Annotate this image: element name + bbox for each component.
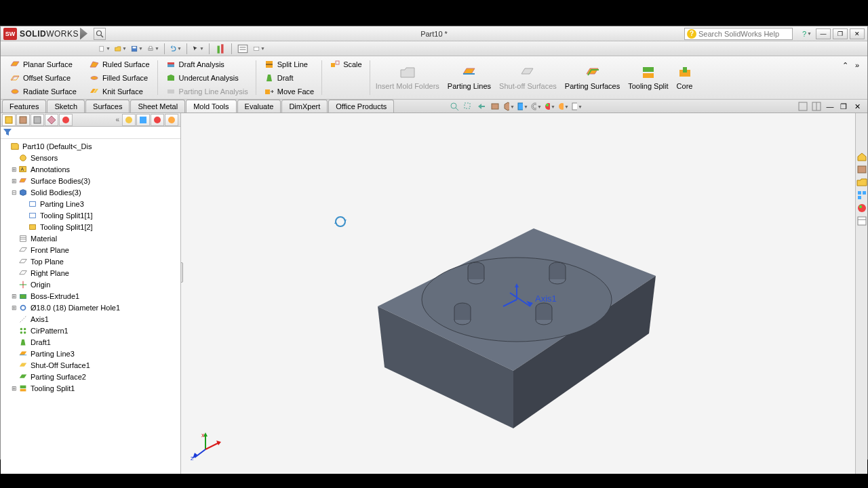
view-orientation-button[interactable]: ▼ [502, 100, 515, 113]
taskpane-home-icon[interactable] [856, 151, 867, 162]
print-button[interactable]: ▼ [147, 43, 159, 55]
fm-filter-bar[interactable] [1, 127, 180, 139]
tab-evaluate[interactable]: Evaluate [237, 100, 281, 113]
taskpane-design-library-icon[interactable] [856, 164, 867, 175]
fm-flyout-2[interactable] [136, 114, 150, 126]
tree-item[interactable]: ⊞Tooling Split1 [1, 382, 180, 394]
fm-tab-tree[interactable] [2, 114, 16, 126]
tree-item[interactable]: Parting Line3 [1, 198, 180, 209]
doc-minimize-button[interactable]: — [824, 100, 836, 113]
viewport-3d[interactable]: Axis1 x z [181, 113, 855, 474]
display-style-button[interactable]: ▼ [516, 100, 528, 113]
tab-sketch[interactable]: Sketch [47, 100, 85, 113]
fm-collapse-icon[interactable]: « [115, 116, 119, 123]
fm-tab-property[interactable] [16, 114, 30, 126]
ribbon-expand-button[interactable]: » [851, 59, 863, 71]
tooling-split-button[interactable]: Tooling Split [624, 58, 672, 98]
draft-button[interactable]: Draft [262, 71, 316, 84]
tab-features[interactable]: Features [2, 100, 46, 113]
tab-surfaces[interactable]: Surfaces [85, 100, 130, 113]
undercut-analysis-button[interactable]: Undercut Analysis [163, 71, 250, 84]
taskpane-custom-props-icon[interactable] [856, 216, 867, 226]
tree-item[interactable]: Draft1 [1, 336, 180, 348]
zoom-area-button[interactable] [462, 100, 474, 113]
tree-item[interactable]: Tooling Split1[2] [1, 221, 180, 232]
parting-line-analysis-button[interactable]: Parting Line Analysis [163, 85, 250, 98]
fm-tab-config[interactable] [31, 114, 44, 126]
help-search[interactable]: ? [684, 28, 793, 40]
core-button[interactable]: Core [673, 58, 697, 98]
tree-item[interactable]: Tooling Split1[1] [1, 209, 180, 221]
planar-surface-button[interactable]: Planar Surface [7, 58, 79, 70]
tree-item[interactable]: Sensors [1, 152, 180, 163]
ruled-surface-button[interactable]: Ruled Surface [87, 58, 152, 70]
new-file-button[interactable]: ▼ [98, 43, 111, 55]
save-button[interactable]: ▼ [131, 43, 143, 55]
tab-sheet-metal[interactable]: Sheet Metal [130, 100, 185, 113]
doc-close-button[interactable]: ✕ [851, 100, 863, 113]
split-line-button[interactable]: Split Line [262, 58, 316, 70]
radiate-surface-button[interactable]: Radiate Surface [7, 85, 79, 98]
help-search-input[interactable] [698, 30, 792, 38]
taskpane-view-palette-icon[interactable] [856, 190, 867, 201]
offset-surface-button[interactable]: Offset Surface [7, 71, 79, 84]
tree-item[interactable]: Parting Line3 [1, 348, 180, 359]
tab-mold-tools[interactable]: Mold Tools [186, 100, 236, 113]
minimize-button[interactable]: — [816, 28, 831, 39]
zoom-fit-button[interactable] [448, 100, 460, 113]
doc-restore-button[interactable]: ❐ [837, 100, 850, 113]
tree-item[interactable]: Material [1, 232, 180, 244]
scale-button[interactable]: Scale [328, 58, 364, 70]
fm-flyout-4[interactable] [165, 114, 178, 126]
taskpane-appearances-icon[interactable] [856, 203, 867, 214]
tree-item[interactable]: Part10 (Default<_Dis [1, 140, 180, 152]
select-button[interactable]: ▼ [192, 43, 204, 55]
viewport-split-button[interactable] [810, 100, 823, 113]
insert-mold-folders-button[interactable]: Insert Mold Folders [372, 58, 443, 98]
open-file-button[interactable]: ▼ [115, 43, 127, 55]
tree-item[interactable]: Front Plane [1, 244, 180, 256]
help-dropdown[interactable]: ?▼ [801, 28, 813, 40]
search-button[interactable] [94, 28, 106, 40]
rebuild-button[interactable] [214, 43, 226, 55]
tree-item[interactable]: ⊞AAnnotations [1, 163, 180, 175]
apply-scene-button[interactable]: ▼ [557, 100, 569, 113]
tree-item[interactable]: ⊞Boss-Extrude1 [1, 290, 180, 302]
hide-show-button[interactable]: ▼ [530, 100, 542, 113]
restore-button[interactable]: ❐ [833, 28, 848, 39]
knit-surface-button[interactable]: Knit Surface [87, 85, 152, 98]
tab-office-products[interactable]: Office Products [328, 100, 394, 113]
section-view-button[interactable] [489, 100, 501, 113]
parting-surfaces-button[interactable]: Parting Surfaces [561, 58, 624, 98]
close-button[interactable]: ✕ [850, 28, 865, 39]
tree-item[interactable]: Origin [1, 279, 180, 290]
ribbon-collapse-button[interactable]: ⌃ [839, 59, 851, 71]
tree-item[interactable]: CirPattern1 [1, 325, 180, 336]
filled-surface-button[interactable]: Filled Surface [87, 71, 152, 84]
options-button[interactable] [237, 43, 249, 55]
panel-splitter[interactable] [181, 262, 183, 283]
previous-view-button[interactable] [475, 100, 488, 113]
fm-tab-display[interactable] [59, 114, 73, 126]
tree-item[interactable]: Parting Surface2 [1, 371, 180, 382]
tree-item[interactable]: ⊞Surface Bodies(3) [1, 175, 180, 186]
fm-tab-dimxpert[interactable] [45, 114, 58, 126]
undo-button[interactable]: ▼ [170, 43, 182, 55]
screen-capture-button[interactable]: ▼ [253, 43, 265, 55]
tree-item[interactable]: Shut-Off Surface1 [1, 359, 180, 371]
tab-dimxpert[interactable]: DimXpert [281, 100, 328, 113]
edit-appearance-button[interactable]: ▼ [543, 100, 555, 113]
tree-item[interactable]: Right Plane [1, 267, 180, 279]
feature-tree[interactable]: Part10 (Default<_DisSensors⊞AAnnotations… [1, 139, 180, 474]
tree-item[interactable]: ⊟Solid Bodies(3) [1, 186, 180, 198]
shutoff-surfaces-button[interactable]: Shut-off Surfaces [495, 58, 561, 98]
view-settings-button[interactable]: ▼ [570, 100, 583, 113]
tree-item[interactable]: Top Plane [1, 256, 180, 267]
taskpane-file-explorer-icon[interactable] [856, 177, 867, 188]
fm-flyout-1[interactable] [122, 114, 136, 126]
tree-item[interactable]: Axis1 [1, 313, 180, 325]
move-face-button[interactable]: Move Face [262, 85, 316, 98]
parting-lines-button[interactable]: Parting Lines [443, 58, 495, 98]
tree-item[interactable]: ⊞Ø18.0 (18) Diameter Hole1 [1, 302, 180, 313]
viewport-single-button[interactable] [797, 100, 809, 113]
